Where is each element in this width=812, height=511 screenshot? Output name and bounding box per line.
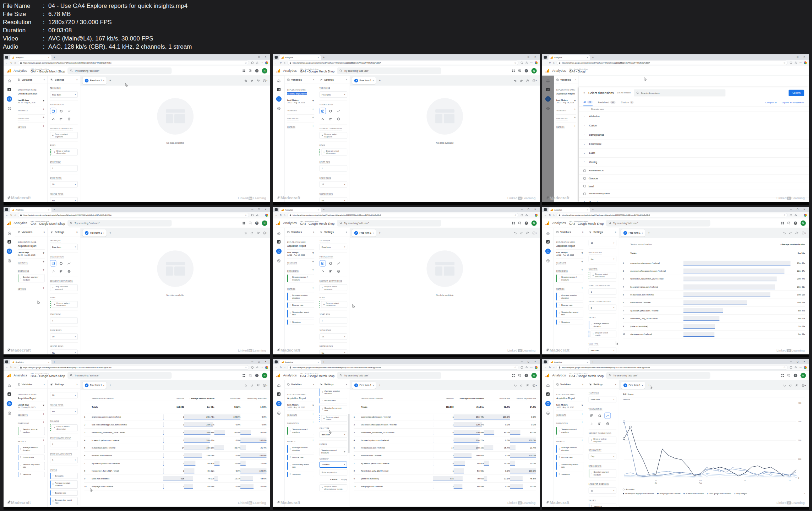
- address-bar[interactable]: https://analytics.google.com/analytics/w…: [557, 365, 788, 370]
- table-row[interactable]: 6medium.com / referral214m 05s0.0%100.0%: [354, 452, 536, 460]
- lines_per_dim-select[interactable]: 10▾: [589, 487, 616, 494]
- add-tab-button[interactable]: +: [109, 231, 111, 235]
- show_rows-select[interactable]: 10▾: [320, 333, 347, 340]
- drag-handle-icon[interactable]: ⠿: [289, 277, 290, 279]
- table-row[interactable]: 1cyamexico.udemy.com / referral123m 48s1…: [354, 413, 536, 421]
- close-button[interactable]: ✕: [532, 208, 539, 211]
- browser-profile-icon[interactable]: [804, 61, 807, 64]
- value-metric-chip[interactable]: ⠿Session key event rate: [50, 498, 78, 506]
- line-chart-viz-icon[interactable]: [335, 260, 342, 267]
- browser-profile-icon[interactable]: [265, 214, 268, 217]
- technique-select[interactable]: Free form▾: [50, 91, 78, 98]
- technique-select[interactable]: Free form▾: [50, 244, 78, 250]
- user-avatar[interactable]: N: [262, 373, 267, 378]
- reports-nav-item[interactable]: [546, 240, 550, 244]
- maximize-button[interactable]: ▢: [525, 56, 532, 58]
- reports-nav-item[interactable]: [7, 88, 11, 91]
- exploration-name-value[interactable]: Acquisition Report: [556, 92, 576, 95]
- dimension-item-row[interactable]: Level: [579, 182, 809, 190]
- ga-search-bar[interactable]: Try searching "add user": [337, 67, 441, 74]
- property-selector[interactable]: GA4 - Google Merch ShopGA4 - Google Merc…: [31, 373, 65, 378]
- granularity-select[interactable]: Day▾: [589, 453, 616, 460]
- property-selector[interactable]: GA4 - Google Merch ShopGA4 - Google Merc…: [300, 221, 334, 225]
- free-form-tab[interactable]: Free form 1▾: [82, 77, 106, 84]
- exploration-name-section[interactable]: EXPLORATION NAME:Untitled exploration: [18, 86, 45, 97]
- close-button[interactable]: ✕: [532, 56, 539, 58]
- table-row[interactable]: 1cyamexico.udemy.com / referral23m 48s: [623, 259, 805, 267]
- dimension-group-row[interactable]: ⌃General: [579, 198, 809, 202]
- close-panel-icon[interactable]: ×: [582, 383, 583, 386]
- back-icon[interactable]: ←: [275, 366, 278, 369]
- dimension-group-row[interactable]: ⌃Gaming: [579, 158, 809, 167]
- scatter-viz-icon[interactable]: [320, 116, 326, 122]
- redo-icon[interactable]: [789, 384, 792, 387]
- user-avatar[interactable]: N: [801, 373, 806, 378]
- property-selector[interactable]: GA4 - Google Merch ShopGA4 - Google Merc…: [300, 373, 334, 378]
- help-icon[interactable]: ?: [255, 374, 258, 377]
- share-person-add-icon[interactable]: [526, 384, 529, 387]
- show_col_groups-select[interactable]: 5▾: [589, 305, 616, 311]
- metric-chip[interactable]: ⠿Sessions: [287, 472, 314, 477]
- exploration-name-value[interactable]: Acquisition Report: [287, 245, 314, 247]
- back-icon[interactable]: ←: [6, 61, 8, 64]
- close-panel-icon[interactable]: ×: [582, 231, 583, 233]
- legend-item[interactable]: 9to5google.com / referral: [657, 493, 681, 495]
- dimension-chip[interactable]: ⠿Session source / medium: [18, 427, 45, 435]
- nested_rows-select[interactable]: No▾: [320, 197, 347, 202]
- redo-icon[interactable]: [250, 79, 253, 82]
- advertising-nav-item[interactable]: [277, 411, 281, 415]
- drag-handle-icon[interactable]: ⠿: [558, 430, 560, 432]
- tab-close-icon[interactable]: ×: [587, 56, 588, 59]
- donut-viz-icon[interactable]: [58, 108, 64, 114]
- metric-chip[interactable]: ⠿Bounce rate: [18, 455, 45, 460]
- close-panel-icon[interactable]: ×: [43, 78, 45, 81]
- browser-essentials-icon[interactable]: [790, 61, 792, 64]
- chevron-down-icon[interactable]: ⌄: [583, 115, 586, 117]
- browser-home-icon[interactable]: ⌂: [284, 366, 285, 369]
- checkbox[interactable]: [583, 192, 585, 195]
- table-row[interactable]: 7sg.search.yahoo.com / referral58m 47s20…: [84, 460, 266, 467]
- tab-actions-icon[interactable]: [544, 208, 547, 211]
- browser-tab[interactable]: Analytics×: [279, 55, 321, 60]
- undo-icon[interactable]: [244, 79, 247, 82]
- dimension-chip[interactable]: ⠿Session source / medium: [287, 274, 314, 283]
- advertising-nav-item[interactable]: [7, 411, 11, 415]
- add-tab-button[interactable]: +: [379, 79, 381, 82]
- table-row[interactable]: 7sg.search.yahoo.com / referral58m 47s20…: [354, 460, 536, 467]
- close-button[interactable]: ✕: [801, 56, 808, 58]
- free-form-tab[interactable]: Free form 1▾: [82, 229, 106, 237]
- redo-icon[interactable]: [789, 232, 792, 234]
- reload-icon[interactable]: ↻: [549, 366, 551, 369]
- maximize-button[interactable]: ▢: [256, 361, 262, 363]
- geo-map-viz-icon[interactable]: [335, 116, 342, 122]
- back-icon[interactable]: ←: [275, 61, 278, 64]
- tab-actions-icon[interactable]: [5, 360, 8, 363]
- start_row-input[interactable]: 1: [320, 165, 347, 172]
- drag-handle-icon[interactable]: ⠿: [558, 312, 560, 315]
- maximize-button[interactable]: ▢: [794, 56, 801, 58]
- nested_rows-select[interactable]: No▾: [50, 197, 78, 202]
- anomaly-point[interactable]: [763, 472, 765, 474]
- undo-icon[interactable]: [514, 232, 517, 234]
- new-tab-button[interactable]: +: [323, 208, 325, 211]
- date-range-selector[interactable]: Last 28 daysJul 22 - Aug 18, 2025▾: [18, 97, 45, 106]
- dialog-tab-custom[interactable]: Custom6: [621, 98, 633, 106]
- close-panel-icon[interactable]: ×: [346, 231, 347, 233]
- extensions-icon[interactable]: [795, 366, 797, 369]
- user-avatar[interactable]: N: [262, 220, 267, 225]
- home-nav-item[interactable]: [277, 384, 281, 387]
- browser-home-icon[interactable]: ⌂: [284, 61, 285, 64]
- rows-dropzone[interactable]: +Drop or select dimension: [50, 301, 78, 308]
- table-row[interactable]: 2usc-excel.officeapps.live.com / referra…: [623, 267, 805, 275]
- metric-chip[interactable]: ⠿Average session duration: [18, 445, 45, 453]
- new-tab-button[interactable]: +: [54, 360, 55, 364]
- geo-map-viz-icon[interactable]: [66, 268, 72, 274]
- date-range-selector[interactable]: Last 28 daysJul 22 - Aug 18, 2025▾: [287, 250, 314, 259]
- exploration-name-value[interactable]: Acquisition Report: [556, 245, 583, 247]
- table-row[interactable]: 6medium.com / referral214m 05s0.0%100.0%: [84, 452, 266, 460]
- add-metric-button[interactable]: +: [43, 439, 44, 442]
- metric-chip[interactable]: ⠿Average session duration: [287, 445, 314, 453]
- status-check-icon[interactable]: [532, 232, 535, 235]
- user-avatar[interactable]: N: [262, 68, 267, 73]
- drag-handle-icon[interactable]: ⠿: [558, 277, 560, 279]
